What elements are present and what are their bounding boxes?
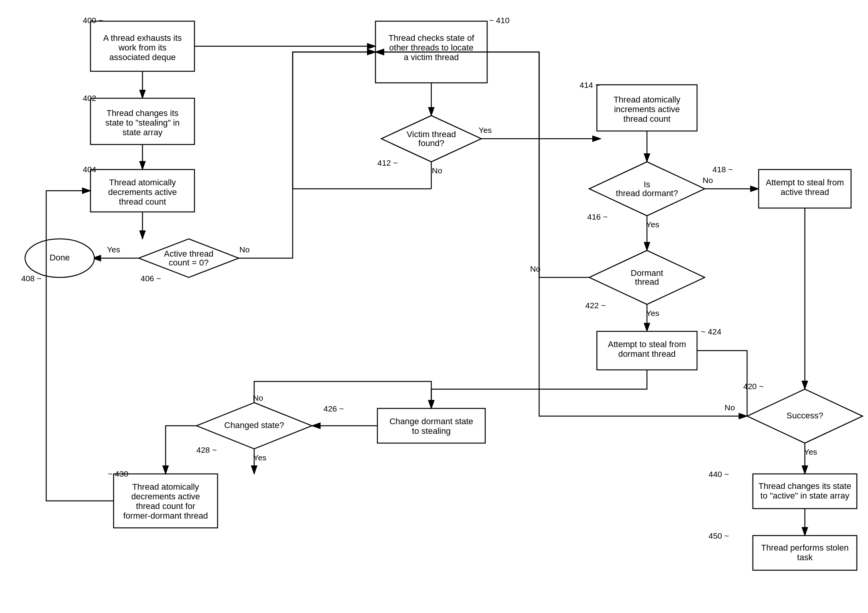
svg-text:to stealing: to stealing <box>412 426 451 436</box>
svg-text:Thread changes its: Thread changes its <box>106 108 178 118</box>
svg-text:No: No <box>240 245 250 254</box>
svg-text:other threads to locate: other threads to locate <box>389 43 474 52</box>
svg-text:416 ~: 416 ~ <box>587 212 608 221</box>
svg-text:thread dormant?: thread dormant? <box>616 188 678 198</box>
svg-text:Changed state?: Changed state? <box>224 420 284 430</box>
svg-text:~ 410: ~ 410 <box>489 16 509 25</box>
svg-text:Yes: Yes <box>804 447 817 456</box>
svg-text:Success?: Success? <box>786 411 823 420</box>
svg-text:440 ~: 440 ~ <box>709 470 729 479</box>
svg-text:associated deque: associated deque <box>109 52 176 62</box>
svg-text:to "active" in state array: to "active" in state array <box>761 491 850 500</box>
svg-text:decrements active: decrements active <box>131 492 200 501</box>
svg-text:408 ~: 408 ~ <box>21 274 42 283</box>
svg-text:Active thread: Active thread <box>164 249 213 259</box>
svg-text:Victim thread: Victim thread <box>407 129 456 139</box>
svg-text:Yes: Yes <box>646 309 659 317</box>
svg-text:thread: thread <box>635 277 659 287</box>
svg-text:A thread exhausts its: A thread exhausts its <box>103 33 182 43</box>
svg-text:Attempt to steal from: Attempt to steal from <box>766 178 844 187</box>
svg-text:found?: found? <box>418 138 444 148</box>
svg-text:400 ~: 400 ~ <box>83 16 103 25</box>
svg-text:Yes: Yes <box>646 220 659 229</box>
svg-text:404 ~: 404 ~ <box>83 165 103 174</box>
svg-text:No: No <box>432 166 442 175</box>
svg-text:Thread changes its state: Thread changes its state <box>759 481 851 491</box>
svg-text:418 ~: 418 ~ <box>712 165 733 174</box>
svg-text:increments active: increments active <box>614 104 680 114</box>
svg-text:Thread performs stolen: Thread performs stolen <box>761 543 848 553</box>
svg-text:Yes: Yes <box>253 453 266 462</box>
svg-text:428 ~: 428 ~ <box>196 445 217 454</box>
svg-text:thread count for: thread count for <box>136 501 195 511</box>
svg-text:count = 0?: count = 0? <box>169 258 208 267</box>
svg-text:No: No <box>725 403 735 412</box>
svg-text:406 ~: 406 ~ <box>141 274 161 283</box>
svg-text:decrements active: decrements active <box>108 187 177 197</box>
svg-text:Yes: Yes <box>107 245 120 254</box>
svg-text:420 ~: 420 ~ <box>743 382 764 391</box>
svg-text:dormant thread: dormant thread <box>618 349 675 359</box>
svg-text:Change dormant state: Change dormant state <box>389 417 473 426</box>
svg-text:Thread checks state of: Thread checks state of <box>389 33 474 43</box>
svg-text:Done: Done <box>50 253 70 262</box>
svg-text:Thread atomically: Thread atomically <box>132 482 199 492</box>
svg-text:No: No <box>703 176 713 185</box>
svg-text:414 ~: 414 ~ <box>580 81 600 89</box>
svg-text:450 ~: 450 ~ <box>709 531 729 540</box>
svg-text:Is: Is <box>643 180 650 189</box>
svg-text:thread count: thread count <box>119 197 166 207</box>
svg-text:a victim thread: a victim thread <box>404 52 459 62</box>
svg-text:task: task <box>797 553 813 562</box>
svg-text:Dormant: Dormant <box>631 268 663 278</box>
svg-text:~ 424: ~ 424 <box>701 327 721 336</box>
svg-text:426 ~: 426 ~ <box>323 404 344 413</box>
svg-text:work from its: work from its <box>118 43 167 52</box>
svg-text:~ 430: ~ 430 <box>108 469 128 478</box>
svg-text:state to "stealing" in: state to "stealing" in <box>106 118 180 128</box>
svg-text:Thread atomically: Thread atomically <box>613 95 680 104</box>
flowchart-container: A thread exhausts its work from its asso… <box>0 0 868 613</box>
svg-text:412 ~: 412 ~ <box>377 158 398 167</box>
svg-text:thread count: thread count <box>623 114 670 124</box>
svg-text:former-dormant thread: former-dormant thread <box>123 511 208 521</box>
svg-text:Attempt to steal from: Attempt to steal from <box>608 339 686 349</box>
svg-text:state array: state array <box>122 128 163 137</box>
svg-text:422 ~: 422 ~ <box>585 301 606 310</box>
svg-text:Thread atomically: Thread atomically <box>109 178 176 187</box>
svg-text:active thread: active thread <box>781 187 829 197</box>
svg-text:Yes: Yes <box>479 126 492 134</box>
svg-text:402 ~: 402 ~ <box>83 94 103 102</box>
